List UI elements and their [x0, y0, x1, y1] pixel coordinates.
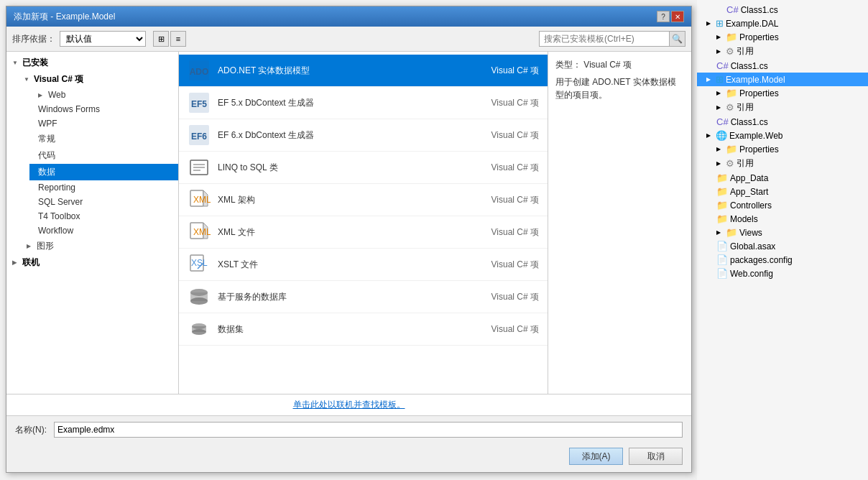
se-example-dal[interactable]: ▶ ⊞ Example.DAL	[696, 17, 868, 30]
template-item-xmlschema[interactable]: XML XML 架构 Visual C# 项	[179, 184, 548, 216]
se-dal-properties[interactable]: ▶ 📁 Properties	[696, 30, 868, 44]
asax-icon: 📄	[716, 241, 728, 251]
se-web-packages[interactable]: 📄 packages.config	[696, 253, 868, 267]
svg-text:EF5: EF5	[191, 99, 207, 109]
se-web-controllers[interactable]: 📁 Controllers	[696, 198, 868, 212]
online-link[interactable]: 单击此处以联机并查找模板。	[293, 400, 405, 410]
se-model-ref[interactable]: ▶ ⚙ 引用	[696, 100, 868, 115]
sidebar-label: 常规	[38, 133, 55, 145]
folder-icon: 📁	[716, 186, 728, 197]
se-dal-ref[interactable]: ▶ ⚙ 引用	[696, 44, 868, 59]
sidebar-item-sqlserver[interactable]: SQL Server	[29, 195, 178, 209]
template-icon-xmlfile: XML	[188, 221, 211, 244]
template-item-dataset[interactable]: 数据集 Visual C# 项	[179, 313, 548, 346]
sidebar-item-reporting[interactable]: Reporting	[29, 180, 178, 195]
sidebar-item-data[interactable]: 数据	[29, 164, 178, 180]
template-icon-xslt: XSL	[188, 253, 211, 276]
se-web-views[interactable]: ▶ 📁 Views	[696, 226, 868, 239]
template-name: EF 6.x DbContext 生成器	[218, 129, 484, 142]
se-web-globalasax[interactable]: 📄 Global.asax	[696, 239, 868, 253]
help-button[interactable]: ?	[657, 11, 670, 22]
online-section[interactable]: ▶ 联机	[6, 254, 178, 271]
sidebar-item-web[interactable]: ▶ Web	[29, 88, 178, 102]
se-label: Class1.cs	[741, 5, 778, 15]
sidebar-item-general[interactable]: 常规	[29, 131, 178, 147]
bottom-area: 单击此处以联机并查找模板。 名称(N): 添加(A) 取消	[6, 394, 691, 472]
expand-arrow: ▶	[716, 104, 724, 111]
template-name: XML 文件	[218, 226, 484, 239]
toolbar-view-icons: ⊞ ≡	[153, 31, 186, 47]
project-icon: ⊞	[716, 74, 724, 85]
se-web-appstart[interactable]: 📁 App_Start	[696, 185, 868, 198]
sidebar-item-workflow[interactable]: Workflow	[29, 223, 178, 238]
visual-csharp-section[interactable]: ▼ Visual C# 项	[18, 71, 178, 88]
expand-arrow: ▶	[706, 132, 714, 139]
template-item-servicedb[interactable]: 基于服务的数据库 Visual C# 项	[179, 281, 548, 313]
se-web-appdata[interactable]: 📁 App_Data	[696, 171, 868, 185]
folder-icon: 📁	[716, 213, 728, 224]
ref-icon: ⚙	[726, 46, 734, 57]
cs-file-icon: C#	[726, 4, 739, 15]
se-example-model[interactable]: ▶ ⊞ Example.Model	[696, 73, 868, 86]
config-icon: 📄	[716, 254, 728, 265]
sidebar-item-winforms[interactable]: Windows Forms	[29, 102, 178, 116]
ref-icon: ⚙	[726, 102, 734, 113]
template-item-ef5[interactable]: EF5 EF 5.x DbContext 生成器 Visual C# 项	[179, 87, 548, 119]
se-label: Properties	[739, 32, 779, 42]
se-web-properties[interactable]: ▶ 📁 Properties	[696, 142, 868, 156]
sidebar-label: SQL Server	[38, 197, 83, 207]
sidebar-item-graphics[interactable]: ▶ 图形	[18, 238, 178, 254]
template-item-linq[interactable]: LINQ to SQL 类 Visual C# 项	[179, 152, 548, 184]
close-button[interactable]: ✕	[671, 11, 684, 22]
search-box: 🔍	[539, 31, 685, 47]
template-item-xmlfile[interactable]: XML XML 文件 Visual C# 项	[179, 216, 548, 249]
template-icon-linq	[188, 156, 211, 179]
se-web-models[interactable]: 📁 Models	[696, 212, 868, 226]
expand-arrow: ▶	[716, 90, 724, 96]
filename-label: 名称(N):	[15, 424, 47, 436]
template-icon-servicedb	[188, 285, 211, 308]
svg-text:XML: XML	[193, 195, 211, 205]
add-button[interactable]: 添加(A)	[569, 448, 623, 465]
installed-section[interactable]: ▼ 已安装	[6, 55, 178, 71]
se-label: Views	[739, 228, 762, 238]
se-web-ref[interactable]: ▶ ⚙ 引用	[696, 156, 868, 171]
sidebar-label: T4 Toolbox	[38, 211, 80, 221]
template-category: Visual C# 项	[491, 65, 539, 77]
cancel-button[interactable]: 取消	[629, 448, 683, 465]
search-button[interactable]: 🔍	[669, 32, 685, 46]
se-example-web[interactable]: ▶ 🌐 Example.Web	[696, 129, 868, 142]
filename-row: 名称(N):	[6, 416, 691, 443]
template-item-ef6[interactable]: EF6 EF 6.x DbContext 生成器 Visual C# 项	[179, 119, 548, 152]
info-description: 用于创建 ADO.NET 实体数据模型的项目项。	[555, 75, 684, 101]
dialog-content: 排序依据： 默认值 名称 类型 ⊞ ≡ 🔍	[6, 27, 691, 472]
template-name: 基于服务的数据库	[218, 291, 484, 303]
template-category: Visual C# 项	[491, 226, 539, 239]
cs-file-icon: C#	[716, 116, 729, 127]
svg-text:EF6: EF6	[191, 131, 207, 142]
sort-select[interactable]: 默认值 名称 类型	[60, 31, 146, 47]
filename-input[interactable]	[54, 422, 683, 438]
se-dal-class1[interactable]: C# Class1.cs	[696, 59, 868, 73]
search-input[interactable]	[540, 32, 669, 46]
sidebar-item-t4toolbox[interactable]: T4 Toolbox	[29, 209, 178, 223]
se-model-class1[interactable]: C# Class1.cs	[696, 115, 868, 129]
sidebar-item-wpf[interactable]: WPF	[29, 116, 178, 131]
template-category: Visual C# 项	[491, 323, 539, 336]
se-web-webconfig[interactable]: 📄 Web.config	[696, 267, 868, 280]
expand-arrow: ▶	[716, 160, 724, 167]
project-icon: ⊞	[716, 18, 724, 29]
list-view-button[interactable]: ≡	[170, 31, 186, 47]
template-category: Visual C# 项	[491, 162, 539, 174]
se-label: Example.Model	[726, 75, 785, 85]
svg-text:ADO: ADO	[190, 67, 209, 77]
sidebar-item-code[interactable]: 代码	[29, 147, 178, 164]
add-new-item-dialog: 添加新项 - Example.Model ? ✕ 排序依据： 默认值 名称 类型…	[6, 6, 692, 473]
template-item-xslt[interactable]: XSL XSLT 文件 Visual C# 项	[179, 249, 548, 281]
folder-icon: 📁	[726, 88, 737, 98]
grid-view-button[interactable]: ⊞	[153, 31, 169, 47]
se-model-properties[interactable]: ▶ 📁 Properties	[696, 86, 868, 100]
solution-explorer: C# Class1.cs ▶ ⊞ Example.DAL ▶ 📁 Propert…	[696, 0, 868, 480]
se-class1-top[interactable]: C# Class1.cs	[696, 3, 868, 17]
template-item-ado[interactable]: ADO ADO.NET 实体数据模型 Visual C# 项	[179, 55, 548, 87]
